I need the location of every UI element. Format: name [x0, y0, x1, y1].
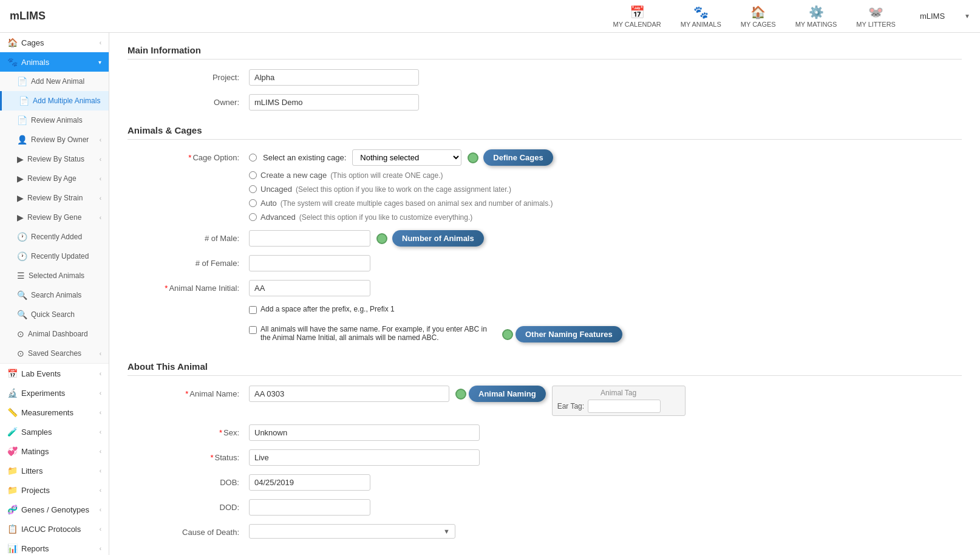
measurements-label: Measurements	[21, 408, 73, 417]
nav-my-litters[interactable]: 🐭 MY LITTERS	[856, 5, 896, 28]
sidebar-item-review-by-strain[interactable]: ▶ Review By Strain ‹	[0, 188, 109, 208]
sidebar-item-recently-updated[interactable]: 🕐 Recently Updated	[0, 247, 109, 266]
nav-my-cages-label: MY CAGES	[741, 21, 776, 28]
sidebar-item-animals[interactable]: 🐾 Animals ▾	[0, 52, 109, 72]
nav-my-matings[interactable]: ⚙️ MY MATINGS	[795, 5, 837, 28]
dob-row: DOB:	[128, 474, 962, 491]
sidebar-item-review-by-status[interactable]: ▶ Review By Status ‹	[0, 149, 109, 169]
dod-row: DOD:	[128, 499, 962, 516]
litters-label: Litters	[21, 466, 43, 475]
same-name-label: All animals will have the same name. For…	[260, 325, 491, 342]
sidebar-item-matings[interactable]: 💞 Matings ‹	[0, 441, 109, 461]
dob-input[interactable]	[249, 474, 370, 491]
sidebar-item-review-animals[interactable]: 📄 Review Animals	[0, 111, 109, 130]
cage-option-advanced-radio[interactable]	[249, 213, 257, 221]
sidebar-item-litters[interactable]: 📁 Litters ‹	[0, 461, 109, 480]
nav-my-calendar[interactable]: 📅 MY CALENDAR	[613, 5, 661, 28]
cause-of-death-label: Cause of Death:	[128, 524, 249, 537]
naming-options-spacer	[128, 305, 249, 308]
main-content: Main Information Project: Owner: Animals…	[109, 33, 980, 555]
nav-my-cages[interactable]: 🏠 MY CAGES	[741, 5, 776, 28]
sidebar-item-recently-added[interactable]: 🕐 Recently Added	[0, 227, 109, 247]
nav-my-matings-label: MY MATINGS	[795, 21, 837, 28]
animals-sidebar-icon: 🐾	[7, 57, 18, 67]
lab-events-icon: 📅	[7, 369, 18, 378]
samples-chevron: ‹	[100, 429, 101, 435]
cages-icon: 🏠	[750, 5, 766, 19]
status-input[interactable]	[249, 449, 480, 466]
status-label: Status:	[128, 449, 249, 462]
sidebar-item-review-by-gene[interactable]: ▶ Review By Gene ‹	[0, 208, 109, 227]
other-naming-tooltip: Other Naming Features	[516, 326, 622, 342]
animal-dashboard-label: Animal Dashboard	[28, 330, 88, 338]
sidebar-item-saved-searches[interactable]: ⊙ Saved Searches ‹	[0, 344, 109, 363]
selected-animals-label: Selected Animals	[29, 271, 84, 280]
animal-name-input[interactable]	[249, 386, 449, 402]
quick-search-label: Quick Search	[31, 310, 75, 319]
cage-option-auto-radio[interactable]	[249, 199, 257, 207]
cage-option-create-radio[interactable]	[249, 171, 257, 179]
sidebar-item-projects[interactable]: 📁 Projects ‹	[0, 480, 109, 500]
projects-label: Projects	[21, 486, 50, 495]
space-after-prefix-checkbox[interactable]	[249, 306, 257, 314]
cage-option-select-label: Select an existing cage:	[263, 153, 346, 162]
samples-icon: 🧪	[7, 427, 18, 437]
review-strain-icon: ▶	[17, 193, 24, 203]
sidebar-item-iacuc[interactable]: 📋 IACUC Protocols ‹	[0, 519, 109, 539]
sex-row: Sex:	[128, 424, 962, 441]
dod-input[interactable]	[249, 499, 370, 516]
female-input[interactable]	[249, 255, 370, 271]
sidebar-item-selected-animals[interactable]: ☰ Selected Animals	[0, 266, 109, 285]
sex-input[interactable]	[249, 424, 480, 441]
cage-option-select-radio[interactable]	[249, 154, 257, 162]
sidebar-item-genes-genotypes[interactable]: 🧬 Genes / Genotypes ‹	[0, 500, 109, 519]
cage-advanced-desc: (Select this option if you like to custo…	[299, 213, 472, 222]
sidebar-item-lab-events[interactable]: 📅 Lab Events ‹	[0, 364, 109, 383]
sidebar-item-search-animals[interactable]: 🔍 Search Animals	[0, 285, 109, 305]
male-input[interactable]	[249, 230, 370, 247]
sidebar-item-cages[interactable]: 🏠 Cages ‹	[0, 33, 109, 52]
sidebar-item-add-multiple-animals[interactable]: 📄 Add Multiple Animals	[0, 91, 109, 111]
animal-naming-dot	[455, 389, 466, 400]
sidebar-item-reports[interactable]: 📊 Reports ‹	[0, 539, 109, 555]
sidebar-item-samples[interactable]: 🧪 Samples ‹	[0, 422, 109, 441]
sidebar-item-quick-search[interactable]: 🔍 Quick Search	[0, 305, 109, 324]
cage-select-dropdown[interactable]: Nothing selected	[352, 149, 461, 166]
sidebar-item-measurements[interactable]: 📏 Measurements ‹	[0, 403, 109, 422]
sidebar-item-animal-dashboard[interactable]: ⊙ Animal Dashboard	[0, 324, 109, 344]
iacuc-label: IACUC Protocols	[21, 525, 81, 534]
sidebar-item-review-by-age[interactable]: ▶ Review By Age ‹	[0, 169, 109, 188]
review-gene-chevron: ‹	[100, 214, 101, 221]
top-navigation: mLIMS 📅 MY CALENDAR 🐾 MY ANIMALS 🏠 MY CA…	[0, 0, 980, 33]
review-owner-chevron: ‹	[100, 137, 101, 143]
same-name-checkbox[interactable]	[249, 326, 257, 334]
animal-name-initial-row: Animal Name Initial:	[128, 280, 962, 296]
cage-auto-desc: (The system will create multiple cages b…	[281, 199, 553, 208]
sidebar-item-review-by-owner[interactable]: 👤 Review By Owner ‹	[0, 130, 109, 149]
review-owner-label: Review By Owner	[31, 135, 89, 144]
animals-cages-title: Animals & Cages	[128, 125, 962, 140]
measurements-icon: 📏	[7, 407, 18, 417]
experiments-chevron: ‹	[100, 390, 101, 397]
lab-events-chevron: ‹	[100, 370, 101, 377]
ear-tag-input[interactable]	[588, 400, 661, 413]
review-gene-icon: ▶	[17, 213, 24, 222]
reports-label: Reports	[21, 544, 49, 553]
about-this-animal-title: About This Animal	[128, 361, 962, 376]
define-cages-tooltip: Define Cages	[483, 149, 553, 166]
sidebar: 🏠 Cages ‹ 🐾 Animals ▾ 📄 Add New Animal	[0, 33, 109, 555]
male-label: # of Male:	[128, 230, 249, 243]
animal-name-initial-input[interactable]	[249, 280, 370, 296]
sidebar-item-experiments[interactable]: 🔬 Experiments ‹	[0, 383, 109, 403]
cage-option-uncaged-radio[interactable]	[249, 185, 257, 193]
cages-chevron-icon: ‹	[100, 39, 101, 46]
nav-my-animals[interactable]: 🐾 MY ANIMALS	[681, 5, 721, 28]
cage-auto-label: Auto	[260, 199, 277, 208]
cause-of-death-dropdown[interactable]: ▼	[249, 524, 455, 539]
user-dropdown-icon[interactable]: ▼	[964, 13, 970, 19]
owner-input[interactable]	[249, 94, 419, 111]
number-of-animals-tooltip: Number of Animals	[392, 230, 484, 247]
saved-searches-chevron: ‹	[100, 350, 101, 357]
sidebar-item-add-new-animal[interactable]: 📄 Add New Animal	[0, 72, 109, 91]
project-input[interactable]	[249, 69, 419, 86]
